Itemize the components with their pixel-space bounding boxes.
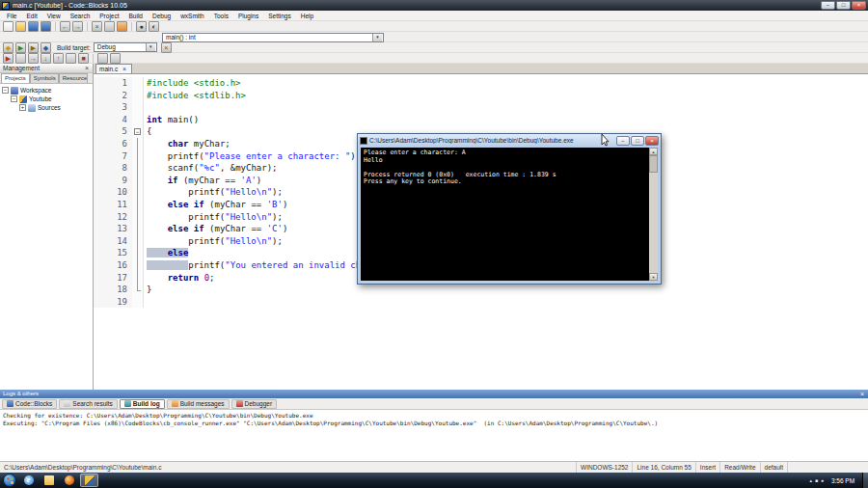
- run-to-cursor-icon[interactable]: [15, 53, 26, 64]
- management-tab-resources[interactable]: Resources: [59, 73, 88, 83]
- minimize-button[interactable]: −: [821, 1, 835, 10]
- save-all-icon[interactable]: [41, 21, 51, 32]
- fold-marker-icon[interactable]: −: [134, 128, 141, 135]
- scroll-up-icon[interactable]: ▲: [649, 148, 658, 155]
- debugging-windows-icon[interactable]: [97, 53, 108, 64]
- status-insert-mode: Insert: [696, 462, 720, 473]
- menu-item-settings[interactable]: Settings: [263, 11, 296, 20]
- line-number: 14: [94, 235, 132, 248]
- next-instruction-icon[interactable]: [66, 53, 76, 64]
- status-readwrite-state: Read/Write: [720, 462, 760, 473]
- menu-item-view[interactable]: View: [42, 11, 66, 20]
- stop-debugger-icon[interactable]: ■: [78, 53, 89, 64]
- step-out-icon[interactable]: ↑: [53, 53, 64, 64]
- management-close-icon[interactable]: [83, 65, 91, 72]
- management-tabs: ProjectsSymbolsResources: [0, 73, 93, 84]
- show-desktop-button[interactable]: [862, 473, 868, 488]
- rebuild-icon[interactable]: ◆: [41, 42, 51, 53]
- build-target-combo[interactable]: Debug: [94, 42, 157, 52]
- next-line-icon[interactable]: →: [28, 53, 39, 64]
- replace-icon[interactable]: ◐: [149, 21, 159, 32]
- menu-item-plugins[interactable]: Plugins: [233, 11, 263, 20]
- code-text: [144, 296, 147, 309]
- new-file-icon[interactable]: [3, 21, 14, 32]
- save-icon[interactable]: [28, 21, 39, 32]
- menu-item-search[interactable]: Search: [66, 11, 95, 20]
- internet-explorer-icon-glyph: e: [24, 475, 34, 485]
- code-line[interactable]: 18}: [94, 284, 868, 296]
- tab-close-icon[interactable]: [121, 66, 128, 73]
- abort-icon[interactable]: ×: [161, 42, 172, 53]
- code-text: [144, 101, 147, 114]
- network-icon[interactable]: ■: [815, 474, 818, 487]
- step-into-icon[interactable]: ↓: [41, 53, 51, 64]
- menu-item-file[interactable]: File: [2, 11, 21, 20]
- find-icon[interactable]: ●: [136, 21, 147, 32]
- build-and-run-icon[interactable]: ▶: [28, 42, 39, 53]
- explorer-icon[interactable]: [40, 474, 58, 487]
- management-tab-projects[interactable]: Projects: [1, 73, 30, 83]
- maximize-button[interactable]: □: [836, 1, 851, 10]
- tree-expander-icon[interactable]: −: [11, 95, 17, 102]
- menu-item-project[interactable]: Project: [95, 11, 123, 20]
- log-tab-build-messages[interactable]: Build messages: [167, 399, 230, 409]
- internet-explorer-icon[interactable]: e: [19, 474, 38, 487]
- console-window[interactable]: C:\Users\Adam\Desktop\Programming\C\Yout…: [357, 133, 662, 285]
- debug-continue-icon[interactable]: ▶: [3, 53, 14, 64]
- codeblocks-icon[interactable]: [80, 474, 98, 487]
- symbol-combo[interactable]: main() : int: [162, 33, 384, 42]
- menu-item-wxsmith[interactable]: wxSmith: [176, 11, 209, 20]
- code-line[interactable]: 19: [94, 296, 868, 309]
- taskbar-clock[interactable]: 3:56 PM: [827, 477, 859, 484]
- undo-icon[interactable]: ←: [60, 21, 70, 32]
- show-hidden-icons[interactable]: ▴: [809, 474, 812, 487]
- log-tab-build-log[interactable]: Build log: [120, 399, 165, 409]
- window-controls: −□×: [821, 1, 866, 10]
- console-scrollbar[interactable]: ▲ ▼: [649, 148, 658, 281]
- logs-close-icon[interactable]: [858, 391, 866, 398]
- scroll-down-icon[interactable]: ▼: [649, 273, 658, 281]
- editor-tab-main-c[interactable]: main.c: [95, 64, 132, 73]
- console-title-bar[interactable]: C:\Users\Adam\Desktop\Programming\C\Yout…: [358, 134, 661, 147]
- console-close-button[interactable]: ×: [645, 136, 659, 146]
- volume-icon[interactable]: ●: [821, 474, 824, 487]
- menu-item-build[interactable]: Build: [124, 11, 148, 20]
- window-title: main.c [Youtube] - Code::Blocks 10.05: [13, 0, 821, 11]
- code-line[interactable]: 2#include <stdlib.h>: [94, 90, 868, 102]
- tree-item-sources[interactable]: +Sources: [0, 103, 93, 112]
- code-line[interactable]: 1#include <stdio.h>: [94, 77, 868, 90]
- start-button[interactable]: [3, 474, 16, 487]
- log-tab-code-blocks[interactable]: Code::Blocks: [2, 399, 57, 409]
- code-line[interactable]: 3: [94, 101, 868, 114]
- cut-icon[interactable]: ×: [92, 21, 102, 32]
- scrollbar-thumb[interactable]: [649, 155, 658, 173]
- build-icon[interactable]: ◆: [3, 42, 14, 53]
- tree-expander-icon[interactable]: −: [2, 87, 9, 94]
- code-line[interactable]: 4int main(): [94, 114, 868, 126]
- close-button[interactable]: ×: [852, 1, 866, 10]
- console-maximize-button[interactable]: □: [631, 136, 644, 146]
- tree-item-youtube[interactable]: −Youtube: [0, 95, 93, 103]
- redo-icon[interactable]: →: [72, 21, 83, 32]
- tree-item-workspace[interactable]: −Workspace: [0, 86, 93, 95]
- log-tab-label: Debugger: [245, 400, 273, 407]
- menu-item-debug[interactable]: Debug: [148, 11, 176, 20]
- menu-item-edit[interactable]: Edit: [21, 11, 41, 20]
- log-tab-search-results[interactable]: Search results: [59, 399, 118, 409]
- log-tab-debugger[interactable]: Debugger: [231, 399, 278, 409]
- console-minimize-button[interactable]: −: [616, 136, 630, 146]
- tree-expander-icon[interactable]: +: [19, 104, 26, 111]
- menu-item-help[interactable]: Help: [296, 11, 318, 20]
- menu-item-tools[interactable]: Tools: [209, 11, 233, 20]
- debugger-info-icon[interactable]: [110, 53, 121, 64]
- run-icon[interactable]: ▶: [15, 42, 26, 53]
- fold-margin: [132, 247, 144, 259]
- media-player-icon[interactable]: [60, 474, 78, 487]
- open-file-icon[interactable]: [15, 21, 26, 32]
- status-bar: C:\Users\Adam\Desktop\Programming\C\Yout…: [0, 461, 868, 473]
- fold-margin: [132, 223, 144, 235]
- copy-icon[interactable]: [104, 21, 115, 32]
- windows-flag-icon: [7, 477, 14, 484]
- management-tab-symbols[interactable]: Symbols: [30, 73, 59, 83]
- paste-icon[interactable]: [117, 21, 127, 32]
